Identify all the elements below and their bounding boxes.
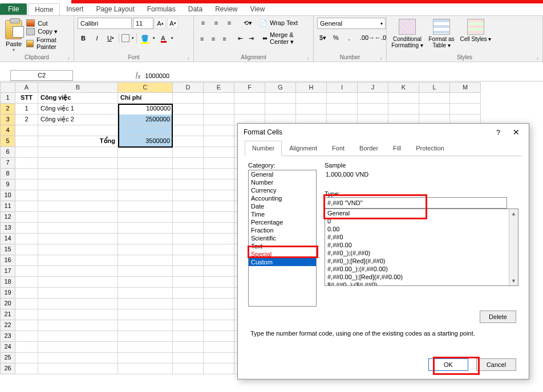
fx-icon[interactable]: fx [136, 71, 140, 80]
format-painter-button[interactable]: Format Painter [26, 36, 70, 50]
category-item[interactable]: Percentage [249, 218, 316, 226]
cut-button[interactable]: Cut [26, 19, 70, 27]
format-as-table-button[interactable]: Format as Table ▾ [424, 18, 459, 48]
decrease-font-button[interactable]: A▾ [167, 18, 179, 29]
row-header[interactable]: 1 [0, 93, 15, 104]
align-right-button[interactable]: ≡ [220, 34, 229, 44]
col-header[interactable]: H [296, 82, 327, 93]
format-item[interactable]: #,##0.00_);(#,##0.00) [325, 265, 518, 273]
row-header[interactable]: 12 [0, 212, 15, 223]
select-all-corner[interactable] [0, 82, 15, 93]
copy-button[interactable]: Copy ▾ [26, 28, 70, 35]
category-item[interactable]: Scientific [249, 234, 316, 242]
format-item[interactable]: 0 [325, 217, 518, 225]
col-header[interactable]: B [38, 82, 118, 93]
tab-review[interactable]: Review [209, 3, 244, 15]
row-header[interactable]: 25 [0, 353, 15, 364]
row-header[interactable]: 23 [0, 331, 15, 342]
row-header[interactable]: 7 [0, 158, 15, 169]
increase-font-button[interactable]: A▴ [155, 18, 166, 29]
merge-center-button[interactable]: ⬌Merge & Center ▾ [262, 31, 310, 46]
row-header[interactable]: 4 [0, 125, 15, 136]
category-item[interactable]: Date [249, 202, 316, 210]
decrease-decimal-button[interactable]: ←.0 [375, 32, 386, 43]
row-header[interactable]: 8 [0, 169, 15, 179]
col-header[interactable]: K [388, 82, 419, 93]
accounting-format-button[interactable]: $▾ [317, 32, 329, 43]
formula-bar[interactable]: 1000000 [145, 72, 169, 79]
format-list[interactable]: General00.00#,##0#,##0.00#,##0_);(#,##0)… [325, 209, 518, 286]
tab-formulas[interactable]: Formulas [141, 3, 182, 15]
number-format-combo[interactable]: General▾ [317, 18, 386, 29]
row-header[interactable]: 24 [0, 342, 15, 353]
row-header[interactable]: 14 [0, 234, 15, 244]
orientation-button[interactable]: ⟲▾ [242, 18, 253, 28]
align-top-button[interactable]: ≡ [197, 18, 209, 28]
tab-home[interactable]: Home [28, 3, 60, 15]
dialog-tab-fill[interactable]: Fill [386, 141, 408, 156]
col-header[interactable]: F [234, 82, 265, 93]
cell[interactable] [118, 125, 173, 136]
format-item[interactable]: #,##0 [325, 233, 518, 241]
row-header[interactable]: 16 [0, 255, 15, 266]
tab-view[interactable]: View [244, 3, 272, 15]
align-left-button[interactable]: ≡ [197, 34, 207, 44]
col-header[interactable]: J [358, 82, 388, 93]
increase-decimal-button[interactable]: .00→ [362, 32, 373, 43]
scrollbar[interactable] [509, 209, 518, 285]
dialog-tab-font[interactable]: Font [325, 141, 352, 156]
tab-insert[interactable]: Insert [60, 3, 90, 15]
format-item[interactable]: $#,##0_);($#,##0) [325, 281, 518, 286]
border-button[interactable] [121, 34, 129, 42]
cell[interactable]: Chi phí [118, 93, 173, 104]
cell[interactable]: Tổng [38, 136, 118, 147]
col-header[interactable]: D [173, 82, 204, 93]
row-header[interactable]: 20 [0, 299, 15, 309]
tab-file[interactable]: File [0, 3, 27, 15]
cell-active[interactable]: 1000000 [118, 104, 173, 115]
format-item[interactable]: #,##0.00 [325, 241, 518, 249]
decrease-indent-button[interactable]: ⇤ [236, 34, 245, 44]
format-item[interactable]: 0.00 [325, 225, 518, 233]
category-item[interactable]: Special [249, 250, 316, 258]
type-input[interactable] [325, 197, 507, 209]
col-header[interactable]: E [204, 82, 234, 93]
cell[interactable]: STT [15, 93, 38, 104]
format-item[interactable]: #,##0_);(#,##0) [325, 249, 518, 257]
dialog-tab-number[interactable]: Number [245, 141, 282, 156]
col-header[interactable]: C [118, 82, 173, 93]
category-listbox[interactable]: GeneralNumberCurrencyAccountingDateTimeP… [248, 170, 317, 307]
align-center-button[interactable]: ≡ [209, 34, 218, 44]
cell[interactable]: Công việc 2 [38, 115, 118, 125]
cell[interactable]: Công việc [38, 93, 118, 104]
cell[interactable]: 1 [15, 104, 38, 115]
fill-color-button[interactable]: 🪣 [139, 32, 151, 44]
name-box[interactable]: C2 [10, 70, 73, 81]
align-bottom-button[interactable]: ≡ [224, 18, 235, 28]
dialog-tab-border[interactable]: Border [352, 141, 386, 156]
tab-data[interactable]: Data [182, 3, 209, 15]
percent-button[interactable]: % [330, 32, 342, 43]
col-header[interactable]: M [450, 82, 481, 93]
category-item[interactable]: General [249, 170, 316, 178]
align-middle-button[interactable]: ≡ [210, 18, 222, 28]
row-header[interactable]: 5 [0, 136, 15, 147]
cell[interactable]: 2500000 [118, 115, 173, 125]
format-item[interactable]: #,##0.00_);[Red](#,##0.00) [325, 273, 518, 281]
row-header[interactable]: 10 [0, 190, 15, 201]
dialog-tab-alignment[interactable]: Alignment [282, 141, 325, 156]
dialog-tab-protection[interactable]: Protection [408, 141, 452, 156]
category-item[interactable]: Number [249, 178, 316, 186]
row-header[interactable]: 11 [0, 201, 15, 212]
tab-page-layout[interactable]: Page Layout [90, 3, 140, 15]
row-header[interactable]: 6 [0, 147, 15, 158]
cell[interactable]: 3500000 [118, 136, 173, 147]
ok-button[interactable]: OK [428, 358, 468, 371]
category-item[interactable]: Custom [249, 258, 316, 266]
row-header[interactable]: 17 [0, 266, 15, 277]
font-color-button[interactable]: A [157, 32, 169, 44]
category-item[interactable]: Fraction [249, 226, 316, 234]
format-item[interactable]: General [325, 209, 518, 217]
conditional-formatting-button[interactable]: Conditional Formatting ▾ [390, 18, 424, 48]
row-header[interactable]: 19 [0, 288, 15, 299]
